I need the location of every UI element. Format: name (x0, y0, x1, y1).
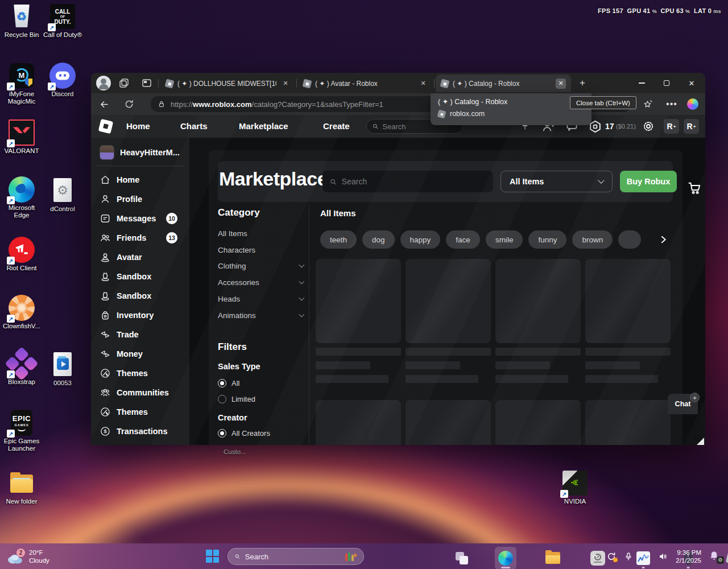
sidebar-item-themes-2[interactable]: Themes (91, 403, 189, 420)
nav-home[interactable]: Home (126, 121, 150, 131)
new-tab-button[interactable]: + (576, 76, 589, 90)
category-animations[interactable]: Animations (218, 311, 303, 320)
roblox-extension-icon[interactable]: R+ (664, 119, 679, 134)
weather-widget[interactable]: 2 20°F Cloudy (0, 549, 85, 564)
sidebar-item-avatar[interactable]: Avatar (91, 249, 189, 266)
taskbar-file-explorer-button[interactable] (543, 547, 563, 569)
desktop-icon-valorant[interactable]: ↗ VALORANT (1, 119, 43, 155)
taskbar-clock[interactable]: 9:36 PM 2/1/2025 (676, 549, 701, 564)
taskbar-search-input[interactable] (245, 552, 341, 561)
item-card-placeholder[interactable] (585, 400, 671, 445)
roblox-extension-icon-2[interactable]: R+ (684, 119, 699, 134)
window-resize-grip[interactable] (697, 438, 704, 445)
desktop-icon-microsoft-edge[interactable]: ↗ Microsoft Edge (1, 176, 43, 219)
nav-create[interactable]: Create (323, 121, 350, 131)
desktop-icon-riot-client[interactable]: ↗ Riot Client (1, 237, 43, 272)
desktop-icon-discord[interactable]: ↗ Discord (42, 63, 84, 98)
sidebar-item-inventory[interactable]: Inventory (91, 307, 189, 324)
buy-robux-button[interactable]: Buy Robux (620, 171, 677, 192)
settings-gear-icon[interactable] (642, 119, 655, 133)
category-characters[interactable]: Characters (218, 246, 303, 254)
category-clothing[interactable]: Clothing (218, 262, 303, 270)
desktop-icon-imyfone-magicmic[interactable]: M ↗ iMyFone MagicMic (1, 63, 43, 105)
creator-all-radio[interactable]: All Creators (218, 429, 270, 438)
sidebar-item-money[interactable]: Money (91, 345, 189, 362)
item-card-placeholder[interactable] (495, 400, 581, 445)
speaker-icon[interactable] (658, 552, 668, 561)
notification-bell-icon[interactable]: ⚙ (709, 550, 722, 563)
copilot-icon[interactable] (687, 98, 698, 110)
more-menu-icon[interactable]: ••• (663, 96, 680, 113)
item-card-placeholder[interactable] (406, 400, 491, 445)
sidebar-user[interactable]: HeavyHitterM... (91, 144, 189, 161)
tag-chip-dog[interactable]: dog (362, 230, 395, 249)
sales-type-all-radio[interactable]: All (218, 379, 239, 387)
desktop-icon-recycle-bin[interactable]: ♻ Recycle Bin (1, 3, 43, 39)
close-button[interactable]: ✕ (679, 74, 704, 92)
category-all-items[interactable]: All Items (218, 229, 303, 238)
microphone-icon[interactable] (624, 552, 633, 561)
wifi-icon[interactable] (640, 552, 651, 561)
marketplace-search[interactable] (322, 171, 493, 192)
sync-update-icon[interactable] (606, 551, 617, 562)
desktop-icon-new-folder[interactable]: New folder (1, 470, 43, 505)
tab-close-icon[interactable]: ✕ (280, 79, 291, 89)
chips-scroll-right-icon[interactable] (658, 233, 668, 246)
tag-chip-smile[interactable]: smile (486, 230, 523, 249)
item-card-placeholder[interactable] (316, 259, 401, 343)
item-card-placeholder[interactable] (406, 259, 491, 343)
sidebar-item-transactions[interactable]: $ Transactions (91, 423, 189, 440)
browser-tab-catalog-active[interactable]: ( ✦ ) Catalog - Roblox ✕ (436, 75, 571, 92)
taskbar-search[interactable] (228, 548, 364, 565)
tag-chip-clipped[interactable] (618, 230, 641, 249)
sidebar-item-messages[interactable]: Messages 10 (91, 210, 189, 227)
marketplace-search-input[interactable] (342, 178, 486, 186)
desktop-icon-nvidia[interactable]: ↗ NVIDIA (554, 470, 596, 505)
tab-close-icon[interactable]: ✕ (418, 79, 428, 89)
browser-tab-dollhouse[interactable]: ( ✦ ) DOLLHOUSE MIDWEST[100K ✕ (160, 75, 296, 92)
start-button[interactable] (206, 550, 219, 563)
task-view-button[interactable] (452, 547, 472, 569)
desktop-icon-epic-games[interactable]: EPIC GAMES ↗ Epic Games Launcher (1, 410, 43, 452)
tab-actions-icon[interactable] (141, 77, 152, 89)
item-card-placeholder[interactable] (585, 259, 671, 343)
sidebar-item-themes[interactable]: Themes (91, 365, 189, 382)
items-filter-dropdown[interactable]: All Items (500, 171, 613, 192)
item-card-placeholder[interactable] (495, 259, 581, 343)
tag-chip-face[interactable]: face (446, 230, 480, 249)
browser-tab-avatar[interactable]: ( ✦ ) Avatar - Roblox ✕ (298, 75, 433, 92)
back-icon[interactable] (96, 96, 113, 113)
chat-plus-icon[interactable]: + (690, 393, 700, 402)
sidebar-item-trade[interactable]: Trade (91, 326, 189, 343)
desktop-icon-bloxstrap[interactable]: ↗ Bloxstrap (1, 351, 43, 386)
tag-chip-teeth[interactable]: teeth (320, 230, 357, 249)
refresh-icon[interactable] (121, 96, 138, 113)
category-accessories[interactable]: Accessories (218, 278, 303, 287)
nav-charts[interactable]: Charts (180, 121, 208, 131)
roblox-logo[interactable] (98, 119, 114, 134)
sidebar-item-friends[interactable]: Friends 13 (91, 229, 189, 246)
sidebar-item-sandbox-2[interactable]: Sandbox (91, 287, 189, 304)
desktop-icon-call-of-duty[interactable]: CALLOFDUTY. ↗ Call of Duty® (42, 3, 84, 39)
sidebar-item-profile[interactable]: Profile (91, 191, 189, 208)
sidebar-item-sandbox[interactable]: Sandbox (91, 268, 189, 285)
item-card-placeholder[interactable] (316, 400, 401, 445)
hidden-desktop-icon-label[interactable]: Custo... (224, 448, 246, 455)
workspaces-icon[interactable] (118, 77, 130, 89)
minimize-button[interactable] (629, 74, 654, 92)
favorites-star-icon[interactable] (639, 96, 656, 113)
taskbar-edge-button-active[interactable] (495, 547, 516, 569)
shopping-cart-icon[interactable] (687, 180, 703, 196)
sidebar-item-communities[interactable]: Communities (91, 384, 189, 401)
tag-chip-happy[interactable]: happy (400, 230, 441, 249)
browser-profile-button[interactable] (96, 76, 111, 90)
nav-marketplace[interactable]: Marketplace (239, 121, 288, 131)
desktop-icon-dcontrol[interactable]: ⚙ dControl (42, 178, 84, 213)
tag-chip-brown[interactable]: brown (572, 230, 613, 249)
desktop-icon-clownfish[interactable]: ↗ ClownfishV... (1, 295, 43, 330)
desktop-icon-00053-file[interactable]: 00053 (42, 352, 84, 387)
sidebar-item-home[interactable]: Home (91, 171, 189, 188)
maximize-button[interactable] (654, 74, 679, 92)
sales-type-limited-radio[interactable]: Limited (218, 395, 255, 403)
tab-close-icon-hovered[interactable]: ✕ (556, 79, 566, 89)
